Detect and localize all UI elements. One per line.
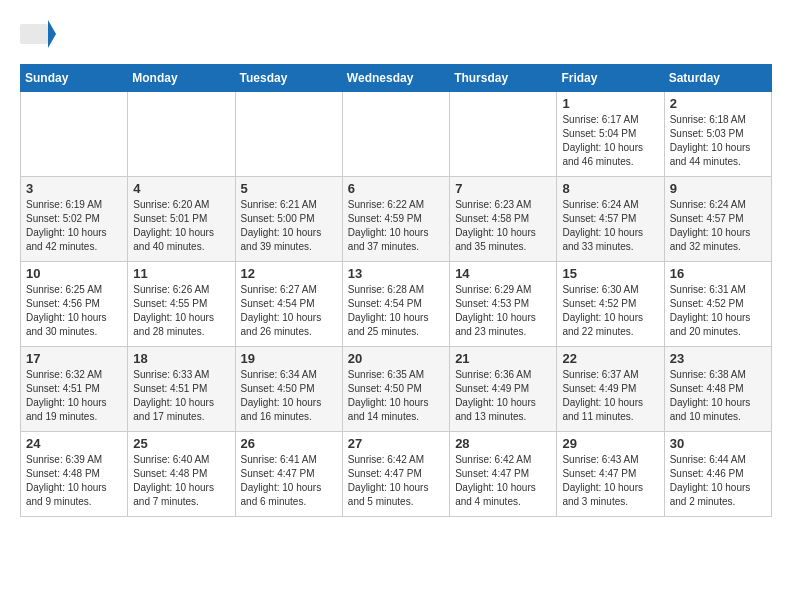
calendar-cell: 24Sunrise: 6:39 AM Sunset: 4:48 PM Dayli… — [21, 432, 128, 517]
calendar-cell — [21, 92, 128, 177]
calendar-cell: 2Sunrise: 6:18 AM Sunset: 5:03 PM Daylig… — [664, 92, 771, 177]
day-number: 4 — [133, 181, 229, 196]
day-info: Sunrise: 6:19 AM Sunset: 5:02 PM Dayligh… — [26, 198, 122, 254]
day-info: Sunrise: 6:25 AM Sunset: 4:56 PM Dayligh… — [26, 283, 122, 339]
calendar-cell: 30Sunrise: 6:44 AM Sunset: 4:46 PM Dayli… — [664, 432, 771, 517]
calendar-cell: 21Sunrise: 6:36 AM Sunset: 4:49 PM Dayli… — [450, 347, 557, 432]
calendar-cell — [450, 92, 557, 177]
day-number: 15 — [562, 266, 658, 281]
day-number: 18 — [133, 351, 229, 366]
weekday-header-friday: Friday — [557, 65, 664, 92]
day-number: 14 — [455, 266, 551, 281]
day-info: Sunrise: 6:42 AM Sunset: 4:47 PM Dayligh… — [348, 453, 444, 509]
day-number: 7 — [455, 181, 551, 196]
day-info: Sunrise: 6:20 AM Sunset: 5:01 PM Dayligh… — [133, 198, 229, 254]
day-info: Sunrise: 6:24 AM Sunset: 4:57 PM Dayligh… — [562, 198, 658, 254]
calendar-cell: 9Sunrise: 6:24 AM Sunset: 4:57 PM Daylig… — [664, 177, 771, 262]
day-info: Sunrise: 6:44 AM Sunset: 4:46 PM Dayligh… — [670, 453, 766, 509]
calendar-cell: 23Sunrise: 6:38 AM Sunset: 4:48 PM Dayli… — [664, 347, 771, 432]
day-number: 24 — [26, 436, 122, 451]
day-info: Sunrise: 6:21 AM Sunset: 5:00 PM Dayligh… — [241, 198, 337, 254]
day-info: Sunrise: 6:23 AM Sunset: 4:58 PM Dayligh… — [455, 198, 551, 254]
day-info: Sunrise: 6:31 AM Sunset: 4:52 PM Dayligh… — [670, 283, 766, 339]
calendar-cell — [128, 92, 235, 177]
day-info: Sunrise: 6:29 AM Sunset: 4:53 PM Dayligh… — [455, 283, 551, 339]
day-info: Sunrise: 6:39 AM Sunset: 4:48 PM Dayligh… — [26, 453, 122, 509]
weekday-header-tuesday: Tuesday — [235, 65, 342, 92]
day-info: Sunrise: 6:36 AM Sunset: 4:49 PM Dayligh… — [455, 368, 551, 424]
logo — [20, 20, 60, 48]
day-number: 2 — [670, 96, 766, 111]
day-number: 3 — [26, 181, 122, 196]
calendar-week-0: 1Sunrise: 6:17 AM Sunset: 5:04 PM Daylig… — [21, 92, 772, 177]
day-number: 9 — [670, 181, 766, 196]
calendar-cell: 17Sunrise: 6:32 AM Sunset: 4:51 PM Dayli… — [21, 347, 128, 432]
calendar-table: SundayMondayTuesdayWednesdayThursdayFrid… — [20, 64, 772, 517]
day-info: Sunrise: 6:43 AM Sunset: 4:47 PM Dayligh… — [562, 453, 658, 509]
day-number: 21 — [455, 351, 551, 366]
day-info: Sunrise: 6:22 AM Sunset: 4:59 PM Dayligh… — [348, 198, 444, 254]
calendar-cell: 28Sunrise: 6:42 AM Sunset: 4:47 PM Dayli… — [450, 432, 557, 517]
weekday-header-monday: Monday — [128, 65, 235, 92]
day-number: 28 — [455, 436, 551, 451]
day-info: Sunrise: 6:26 AM Sunset: 4:55 PM Dayligh… — [133, 283, 229, 339]
calendar-cell: 14Sunrise: 6:29 AM Sunset: 4:53 PM Dayli… — [450, 262, 557, 347]
calendar-cell: 6Sunrise: 6:22 AM Sunset: 4:59 PM Daylig… — [342, 177, 449, 262]
calendar-cell: 22Sunrise: 6:37 AM Sunset: 4:49 PM Dayli… — [557, 347, 664, 432]
calendar-week-1: 3Sunrise: 6:19 AM Sunset: 5:02 PM Daylig… — [21, 177, 772, 262]
weekday-header-wednesday: Wednesday — [342, 65, 449, 92]
day-info: Sunrise: 6:35 AM Sunset: 4:50 PM Dayligh… — [348, 368, 444, 424]
day-info: Sunrise: 6:38 AM Sunset: 4:48 PM Dayligh… — [670, 368, 766, 424]
day-info: Sunrise: 6:40 AM Sunset: 4:48 PM Dayligh… — [133, 453, 229, 509]
calendar-cell — [342, 92, 449, 177]
svg-rect-0 — [20, 24, 48, 44]
day-info: Sunrise: 6:42 AM Sunset: 4:47 PM Dayligh… — [455, 453, 551, 509]
day-info: Sunrise: 6:41 AM Sunset: 4:47 PM Dayligh… — [241, 453, 337, 509]
day-number: 29 — [562, 436, 658, 451]
calendar-cell: 10Sunrise: 6:25 AM Sunset: 4:56 PM Dayli… — [21, 262, 128, 347]
day-info: Sunrise: 6:32 AM Sunset: 4:51 PM Dayligh… — [26, 368, 122, 424]
calendar-cell: 26Sunrise: 6:41 AM Sunset: 4:47 PM Dayli… — [235, 432, 342, 517]
calendar-cell: 11Sunrise: 6:26 AM Sunset: 4:55 PM Dayli… — [128, 262, 235, 347]
day-number: 1 — [562, 96, 658, 111]
calendar-cell: 5Sunrise: 6:21 AM Sunset: 5:00 PM Daylig… — [235, 177, 342, 262]
weekday-header-thursday: Thursday — [450, 65, 557, 92]
day-number: 5 — [241, 181, 337, 196]
calendar-header-row: SundayMondayTuesdayWednesdayThursdayFrid… — [21, 65, 772, 92]
calendar-cell: 1Sunrise: 6:17 AM Sunset: 5:04 PM Daylig… — [557, 92, 664, 177]
calendar-cell — [235, 92, 342, 177]
day-info: Sunrise: 6:27 AM Sunset: 4:54 PM Dayligh… — [241, 283, 337, 339]
calendar-cell: 18Sunrise: 6:33 AM Sunset: 4:51 PM Dayli… — [128, 347, 235, 432]
calendar-cell: 15Sunrise: 6:30 AM Sunset: 4:52 PM Dayli… — [557, 262, 664, 347]
calendar-week-4: 24Sunrise: 6:39 AM Sunset: 4:48 PM Dayli… — [21, 432, 772, 517]
day-number: 13 — [348, 266, 444, 281]
day-number: 16 — [670, 266, 766, 281]
calendar-cell: 29Sunrise: 6:43 AM Sunset: 4:47 PM Dayli… — [557, 432, 664, 517]
calendar-cell: 19Sunrise: 6:34 AM Sunset: 4:50 PM Dayli… — [235, 347, 342, 432]
calendar-week-3: 17Sunrise: 6:32 AM Sunset: 4:51 PM Dayli… — [21, 347, 772, 432]
day-number: 19 — [241, 351, 337, 366]
calendar-cell: 27Sunrise: 6:42 AM Sunset: 4:47 PM Dayli… — [342, 432, 449, 517]
calendar-cell: 3Sunrise: 6:19 AM Sunset: 5:02 PM Daylig… — [21, 177, 128, 262]
day-number: 8 — [562, 181, 658, 196]
logo-icon — [20, 20, 56, 48]
day-info: Sunrise: 6:24 AM Sunset: 4:57 PM Dayligh… — [670, 198, 766, 254]
day-number: 10 — [26, 266, 122, 281]
day-info: Sunrise: 6:18 AM Sunset: 5:03 PM Dayligh… — [670, 113, 766, 169]
day-number: 22 — [562, 351, 658, 366]
day-number: 12 — [241, 266, 337, 281]
day-number: 23 — [670, 351, 766, 366]
day-number: 30 — [670, 436, 766, 451]
calendar-cell: 13Sunrise: 6:28 AM Sunset: 4:54 PM Dayli… — [342, 262, 449, 347]
day-number: 26 — [241, 436, 337, 451]
day-info: Sunrise: 6:34 AM Sunset: 4:50 PM Dayligh… — [241, 368, 337, 424]
day-info: Sunrise: 6:28 AM Sunset: 4:54 PM Dayligh… — [348, 283, 444, 339]
day-info: Sunrise: 6:17 AM Sunset: 5:04 PM Dayligh… — [562, 113, 658, 169]
calendar-week-2: 10Sunrise: 6:25 AM Sunset: 4:56 PM Dayli… — [21, 262, 772, 347]
weekday-header-saturday: Saturday — [664, 65, 771, 92]
day-number: 6 — [348, 181, 444, 196]
day-number: 25 — [133, 436, 229, 451]
svg-marker-1 — [48, 20, 56, 48]
day-info: Sunrise: 6:30 AM Sunset: 4:52 PM Dayligh… — [562, 283, 658, 339]
weekday-header-sunday: Sunday — [21, 65, 128, 92]
